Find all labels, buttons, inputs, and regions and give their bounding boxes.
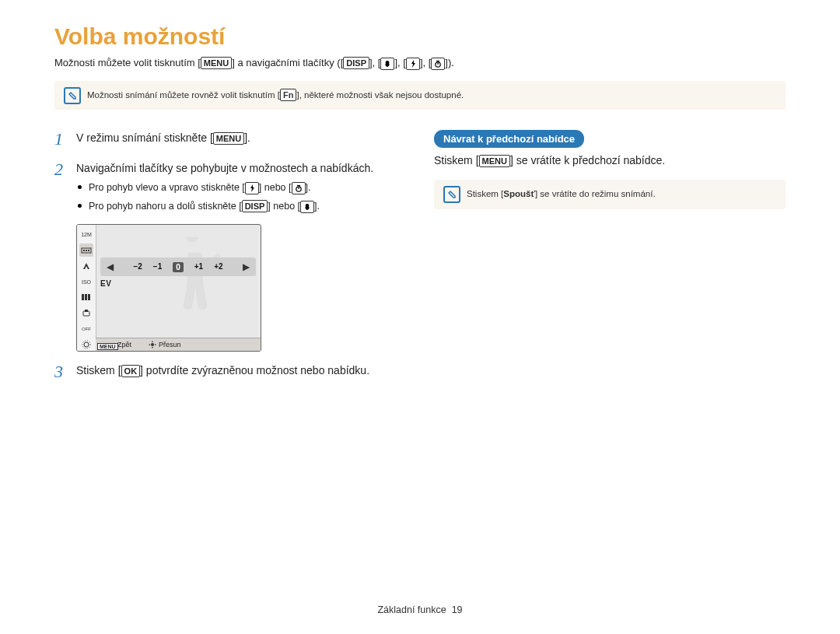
note-box-right: Stiskem [Spoušť] se vrátíte do režimu sn… <box>434 180 786 208</box>
menu-key-icon: MENU <box>479 155 510 167</box>
note-icon <box>443 186 460 203</box>
intro-text: Možnosti můžete volit tisknutím [MENU] a… <box>54 56 786 70</box>
timer-icon <box>292 182 306 194</box>
svg-marker-0 <box>411 60 415 68</box>
lcd-sidebar-item: ISO <box>79 275 93 288</box>
svg-marker-21 <box>152 341 153 342</box>
flash-icon <box>245 182 259 194</box>
right-text: Stiskem [MENU] se vrátíte k předchozí na… <box>434 154 786 167</box>
svg-rect-10 <box>86 250 87 251</box>
lcd-footer-back: Zpět <box>117 341 131 349</box>
timer-icon <box>431 58 445 70</box>
macro-icon <box>300 201 314 213</box>
lcd-sidebar-item: 12M <box>79 228 93 240</box>
disp-key-icon: DISP <box>242 200 268 212</box>
menu-key-icon: MENU <box>201 57 232 69</box>
svg-rect-14 <box>85 294 87 300</box>
lcd-sidebar-item <box>79 243 93 256</box>
menu-tag-icon: MENU <box>97 343 118 350</box>
svg-rect-13 <box>82 294 84 300</box>
lcd-sidebar-item <box>79 291 93 303</box>
note-icon <box>64 87 81 104</box>
ev-tick: −2 <box>133 262 142 272</box>
right-arrow-icon: ▶ <box>243 261 250 272</box>
svg-rect-9 <box>83 250 85 251</box>
disp-key-icon: DISP <box>343 57 369 69</box>
svg-marker-22 <box>152 347 153 349</box>
left-arrow-icon: ◀ <box>107 261 114 272</box>
shutter-key-label: Spoušť <box>503 189 535 198</box>
dpad-icon <box>149 341 156 349</box>
ev-tick-selected: 0 <box>173 262 184 272</box>
macro-icon <box>380 58 394 70</box>
fn-key-icon: Fn <box>280 89 296 101</box>
camera-lcd-illustration: 12M ISO OFF <box>76 224 406 352</box>
svg-rect-11 <box>88 250 89 251</box>
section-heading-pill: Návrat k předchozí nabídce <box>434 130 584 148</box>
lcd-footer: MENU Zpět Přesun <box>96 338 261 351</box>
ev-tick: +2 <box>214 262 222 272</box>
svg-marker-12 <box>83 263 89 269</box>
svg-marker-24 <box>155 344 156 345</box>
child-silhouette-icon <box>166 237 220 326</box>
lcd-sidebar: 12M ISO OFF <box>77 225 96 352</box>
flash-icon <box>406 58 420 70</box>
page-footer: Základní funkce 19 <box>0 604 840 615</box>
svg-point-18 <box>84 342 89 347</box>
step-3: 3 Stiskem [OK] potvrdíte zvýrazněnou mož… <box>54 363 406 381</box>
bullet-item: Pro pohyb vlevo a vpravo stiskněte [] ne… <box>76 180 406 194</box>
svg-rect-15 <box>88 294 90 300</box>
menu-key-icon: MENU <box>213 132 244 145</box>
lcd-footer-move: Přesun <box>149 341 181 349</box>
ok-key-icon: OK <box>121 365 141 377</box>
step-number: 1 <box>54 130 67 149</box>
page-title: Volba možností <box>54 23 786 50</box>
step-number: 2 <box>54 160 67 214</box>
lcd-sidebar-item <box>79 260 93 272</box>
ev-tick: +1 <box>194 262 203 272</box>
note-box-top: Možnosti snímání můžete rovněž volit tis… <box>54 81 786 110</box>
step-2: 2 Navigačními tlačítky se pohybujte v mo… <box>54 160 406 214</box>
bullet-item: Pro pohyb nahoru a dolů stiskněte [DISP]… <box>76 199 406 213</box>
step-1: 1 V režimu snímání stiskněte [MENU]. <box>54 130 406 149</box>
svg-rect-17 <box>85 310 88 312</box>
ev-label: EV <box>100 279 111 288</box>
ev-tick: −1 <box>153 262 162 272</box>
lcd-sidebar-item <box>79 338 93 351</box>
svg-marker-23 <box>149 344 150 345</box>
svg-marker-4 <box>250 184 254 192</box>
svg-point-20 <box>151 343 154 346</box>
ev-scale-bar: ◀ −2 −1 0 +1 +2 ▶ <box>100 257 256 276</box>
lcd-sidebar-item: OFF <box>79 323 93 335</box>
lcd-sidebar-item <box>79 306 93 319</box>
step-number: 3 <box>54 363 67 381</box>
